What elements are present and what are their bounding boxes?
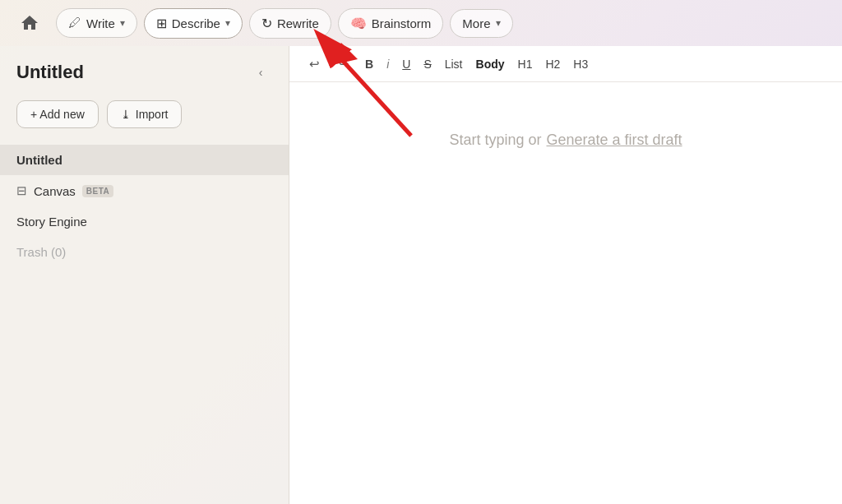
rewrite-icon: ↻ [261, 16, 272, 31]
describe-button[interactable]: ⊞ Describe ▾ [144, 8, 243, 39]
h3-button[interactable]: H3 [570, 56, 591, 72]
undo-icon: ↩ [309, 57, 320, 72]
nav-item-untitled[interactable]: Untitled [0, 145, 289, 175]
undo-button[interactable]: ↩ [303, 53, 326, 76]
import-label: Import [136, 108, 169, 121]
describe-icon: ⊞ [156, 16, 167, 31]
h1-button[interactable]: H1 [515, 56, 536, 72]
more-chevron-icon: ▾ [496, 17, 501, 29]
sidebar-actions: + Add new ⤓ Import [0, 94, 289, 141]
editor-content[interactable]: Start typing or Generate a first draft [289, 82, 842, 504]
canvas-icon: ⊟ [16, 183, 27, 198]
sidebar-nav: Untitled ⊟ Canvas BETA Story Engine Tras… [0, 141, 289, 270]
more-button[interactable]: More ▾ [450, 9, 512, 38]
brainstorm-button[interactable]: 🧠 Brainstorm [338, 8, 444, 39]
import-button[interactable]: ⤓ Import [107, 100, 183, 128]
bold-button[interactable]: B [362, 56, 377, 72]
main-layout: Untitled ‹ + Add new ⤓ Import Untitled ⊟… [0, 46, 842, 504]
italic-button[interactable]: i [383, 56, 392, 72]
rewrite-label: Rewrite [277, 16, 319, 30]
top-bar: 🖊 Write ▾ ⊞ Describe ▾ ↻ Rewrite 🧠 Brain… [0, 0, 842, 46]
rewrite-button[interactable]: ↻ Rewrite [249, 8, 331, 39]
underline-button[interactable]: U [399, 56, 414, 72]
add-new-label: + Add new [30, 108, 85, 121]
generate-draft-link[interactable]: Generate a first draft [546, 132, 682, 149]
body-button[interactable]: Body [473, 56, 508, 72]
add-new-button[interactable]: + Add new [16, 100, 99, 128]
editor-area: ↩ ↪ B i U S List Body H1 H2 H3 Start typ… [289, 46, 842, 504]
redo-button[interactable]: ↪ [332, 53, 355, 76]
sidebar-title: Untitled [16, 62, 84, 83]
nav-item-canvas[interactable]: ⊟ Canvas BETA [0, 175, 289, 206]
brainstorm-icon: 🧠 [350, 16, 367, 31]
nav-item-canvas-label: Canvas [34, 184, 76, 198]
list-button[interactable]: List [442, 56, 466, 72]
write-button[interactable]: 🖊 Write ▾ [56, 8, 137, 38]
describe-label: Describe [172, 16, 220, 30]
beta-badge: BETA [82, 185, 113, 197]
placeholder-text: Start typing or [449, 132, 541, 149]
sidebar-header: Untitled ‹ [0, 46, 289, 94]
more-label: More [462, 16, 490, 30]
h2-button[interactable]: H2 [542, 56, 563, 72]
import-icon: ⤓ [121, 108, 131, 121]
editor-placeholder: Start typing or Generate a first draft [449, 132, 682, 149]
collapse-icon: ‹ [259, 66, 263, 79]
nav-item-trash[interactable]: Trash (0) [0, 237, 289, 267]
editor-toolbar: ↩ ↪ B i U S List Body H1 H2 H3 [289, 46, 842, 82]
nav-item-trash-label: Trash (0) [16, 245, 66, 259]
sidebar-collapse-button[interactable]: ‹ [249, 61, 272, 84]
home-button[interactable] [13, 7, 46, 39]
pen-icon: 🖊 [68, 16, 81, 30]
redo-icon: ↪ [339, 57, 349, 72]
sidebar: Untitled ‹ + Add new ⤓ Import Untitled ⊟… [0, 46, 289, 504]
write-chevron-icon: ▾ [120, 17, 125, 29]
nav-item-story-engine[interactable]: Story Engine [0, 206, 289, 237]
strikethrough-button[interactable]: S [420, 56, 434, 72]
describe-chevron-icon: ▾ [225, 17, 230, 29]
nav-item-story-engine-label: Story Engine [16, 215, 87, 229]
write-label: Write [86, 16, 115, 30]
brainstorm-label: Brainstorm [372, 16, 432, 30]
nav-item-untitled-label: Untitled [16, 153, 62, 167]
